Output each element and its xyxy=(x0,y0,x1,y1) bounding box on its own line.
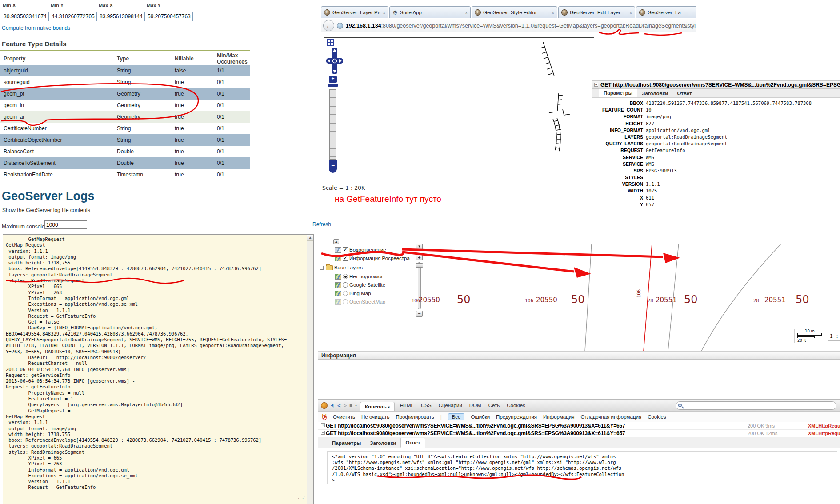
browser-tab-suite-app[interactable]: ⚙ Suite App x xyxy=(389,6,471,18)
radio-icon[interactable] xyxy=(343,282,348,288)
filter-all[interactable]: Все xyxy=(448,413,465,420)
network-request-row[interactable]: − GET http://localhost:9080/geoserver/wm… xyxy=(318,430,840,437)
tab-html[interactable]: HTML xyxy=(396,401,417,410)
close-icon[interactable]: x xyxy=(630,10,632,15)
nav-forward-icon[interactable]: > xyxy=(344,402,347,409)
zoom-slider-handle[interactable] xyxy=(328,84,338,88)
url-text[interactable]: 192.168.1.134:8080/geoserver/geoportal/w… xyxy=(346,23,696,29)
tab-console[interactable]: Консоль ▾ xyxy=(360,402,395,411)
min-x-input[interactable] xyxy=(2,12,49,21)
max-lines-input[interactable] xyxy=(44,220,87,229)
tab-net[interactable]: Сеть xyxy=(485,401,504,410)
firebug-icon[interactable] xyxy=(321,402,328,409)
menu-icon[interactable]: ≡ xyxy=(349,403,352,408)
geoserver-icon xyxy=(475,9,481,16)
refresh-link[interactable]: Refresh xyxy=(312,221,331,228)
collapse-icon[interactable]: − xyxy=(320,266,324,270)
close-icon[interactable]: x xyxy=(552,10,555,15)
radio-selected-icon[interactable] xyxy=(343,274,348,279)
max-x-input[interactable] xyxy=(98,12,145,21)
layer-item-rosreestr[interactable]: ✓ Информация Росреестра xyxy=(335,255,410,262)
scalebar-line xyxy=(797,333,822,336)
table-row: geom_arGeometrytrue0/1 xyxy=(0,111,250,123)
tab-script[interactable]: Сценарий xyxy=(435,401,466,410)
map-preview-panel[interactable]: + − xyxy=(324,37,594,182)
info-panel-header[interactable]: Информация xyxy=(318,351,840,360)
nav-back-icon[interactable]: < xyxy=(337,402,341,409)
close-icon[interactable]: x xyxy=(383,10,386,15)
col-occurences: Min/Max Occurences xyxy=(213,52,250,65)
base-layer-bing[interactable]: Bing Map xyxy=(335,290,371,297)
col-property: Property xyxy=(0,52,113,65)
browser-tab-edit-layer[interactable]: GeoServer: Edit Layer x xyxy=(558,6,635,18)
browser-tab-cut[interactable]: GeoServer: La xyxy=(636,6,696,18)
annotation-red-note: на GetFeatureInfo тут пусто xyxy=(335,194,441,204)
dropdown-icon[interactable]: ▾ xyxy=(355,404,357,408)
radio-icon[interactable] xyxy=(343,291,348,296)
map-scroll-down-icon[interactable]: ▼ xyxy=(416,244,423,250)
browser-tab-layer-preview[interactable]: GeoServer: Layer Preview x xyxy=(321,6,388,18)
log-scrollbar[interactable]: ▲ xyxy=(307,235,313,504)
close-icon[interactable]: x xyxy=(465,10,468,15)
break-on-errors-icon[interactable] xyxy=(320,414,327,420)
tab-headers[interactable]: Заголовки xyxy=(637,89,672,97)
network-request-row[interactable]: + GET http://localhost:9080/geoserver/wm… xyxy=(318,422,840,430)
scroll-up-icon[interactable]: ▲ xyxy=(307,235,313,241)
zoom-out-button[interactable]: − xyxy=(329,160,337,173)
tab-parameters[interactable]: Параметры xyxy=(599,88,637,97)
search-input[interactable] xyxy=(682,402,836,409)
table-row: sourceguidStringtrue0/1 xyxy=(0,76,250,88)
map-label-big: 50 xyxy=(457,293,471,306)
base-layers-group[interactable]: − Base Layers xyxy=(320,264,363,271)
pan-control[interactable] xyxy=(326,48,343,74)
min-y-label: Min Y xyxy=(51,3,64,8)
browser-tab-style-editor[interactable]: GeoServer: Style Editor x xyxy=(472,6,557,18)
tab-css[interactable]: CSS xyxy=(417,401,435,410)
clear-button[interactable]: Очистить xyxy=(333,414,355,420)
base-layer-google[interactable]: Google Satellite xyxy=(335,281,385,288)
firebug-toolbar: ➤ < > ≡ ▾ Консоль ▾ HTML CSS Сценарий DO… xyxy=(318,400,840,412)
back-icon[interactable]: ← xyxy=(323,20,334,31)
collapse-icon[interactable]: − xyxy=(594,83,598,87)
log-console[interactable]: GetMapRequest = GetMap Request version: … xyxy=(3,234,314,504)
tab-headers[interactable]: Заголовки xyxy=(365,439,400,448)
expand-icon[interactable]: + xyxy=(321,423,325,427)
request-tabs: Параметры Заголовки Ответ xyxy=(592,89,840,98)
map-zoom-out-button[interactable]: − xyxy=(416,311,423,317)
inspect-icon[interactable]: ➤ xyxy=(329,402,336,408)
base-layer-osm[interactable]: OpenStreetMap xyxy=(335,298,385,305)
map-zoom-handle[interactable] xyxy=(416,263,423,268)
filter-cookies[interactable]: Cookies xyxy=(648,414,666,420)
zoom-slider-rail[interactable] xyxy=(329,89,336,160)
search-box[interactable] xyxy=(676,401,836,410)
tab-response[interactable]: Ответ xyxy=(400,438,425,448)
collapse-icon[interactable]: − xyxy=(321,431,325,435)
filter-errors[interactable]: Ошибки xyxy=(471,414,490,420)
profile-button[interactable]: Профилировать xyxy=(396,414,434,420)
table-row: BalanceCostDoubletrue0/1 xyxy=(0,146,250,157)
zoom-in-button[interactable]: + xyxy=(329,76,337,83)
filter-warnings[interactable]: Предупреждения xyxy=(496,414,537,420)
map-zoom-in-button[interactable]: + xyxy=(416,254,423,260)
tab-cookies[interactable]: Cookies xyxy=(503,401,529,410)
feature-type-table: Property Type Nillable Min/Max Occurence… xyxy=(0,52,250,176)
compute-native-bounds-link[interactable]: Compute from native bounds xyxy=(2,25,70,31)
gear-icon: ⚙ xyxy=(392,9,398,16)
url-bar[interactable]: ← 192.168.1.134:8080/geoserver/geoportal… xyxy=(321,19,696,32)
checkbox-checked-icon[interactable]: ✓ xyxy=(343,256,348,261)
tab-parameters[interactable]: Параметры xyxy=(328,439,365,448)
filter-debug[interactable]: Отладочная информация xyxy=(581,414,642,420)
tab-dom[interactable]: DOM xyxy=(466,401,485,410)
persist-button[interactable]: Не очищать xyxy=(361,414,389,420)
base-layer-none[interactable]: Нет подложки xyxy=(335,273,382,280)
max-y-input[interactable] xyxy=(146,12,193,21)
min-y-input[interactable] xyxy=(50,12,97,21)
layer-grid-icon[interactable] xyxy=(327,39,334,46)
feature-type-details-title: Feature Type Details xyxy=(2,40,67,48)
request-title[interactable]: − GET http://localhost:9080/geoserver/wm… xyxy=(592,81,840,89)
resize-grip[interactable]: ⋰⋰ xyxy=(296,496,305,501)
filter-info[interactable]: Информация xyxy=(543,414,574,420)
layer-item-drainage[interactable]: ✓ Водоотведение xyxy=(335,246,386,253)
checkbox-checked-icon[interactable]: ✓ xyxy=(343,247,348,252)
tab-response[interactable]: Ответ xyxy=(672,89,696,97)
